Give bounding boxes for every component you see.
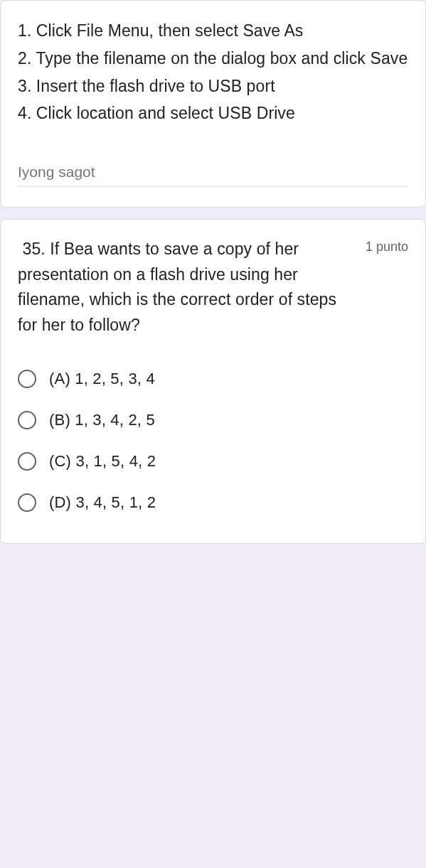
question-text: 35. If Bea wants to save a copy of her p… — [18, 237, 354, 338]
question-card-35: 35. If Bea wants to save a copy of her p… — [0, 219, 426, 544]
step-item: 4. Click location and select USB Drive — [18, 100, 408, 127]
radio-icon — [18, 411, 36, 429]
step-item: 1. Click File Menu, then select Save As — [18, 18, 408, 44]
option-a[interactable]: (A) 1, 2, 5, 3, 4 — [18, 358, 408, 400]
option-d[interactable]: (D) 3, 4, 5, 1, 2 — [18, 482, 408, 523]
question-card-steps: 1. Click File Menu, then select Save As … — [0, 0, 426, 208]
question-points: 1 punto — [366, 237, 408, 254]
step-item: 3. Insert the flash drive to USB port — [18, 73, 408, 100]
option-b[interactable]: (B) 1, 3, 4, 2, 5 — [18, 400, 408, 441]
option-c[interactable]: (C) 3, 1, 5, 4, 2 — [18, 441, 408, 482]
question-header: 35. If Bea wants to save a copy of her p… — [18, 237, 408, 338]
options-list: (A) 1, 2, 5, 3, 4 (B) 1, 3, 4, 2, 5 (C) … — [18, 358, 408, 523]
option-label: (A) 1, 2, 5, 3, 4 — [49, 370, 155, 388]
option-label: (B) 1, 3, 4, 2, 5 — [49, 411, 155, 429]
steps-list: 1. Click File Menu, then select Save As … — [18, 18, 408, 127]
radio-icon — [18, 493, 36, 512]
radio-icon — [18, 370, 36, 388]
option-label: (C) 3, 1, 5, 4, 2 — [49, 452, 156, 471]
option-label: (D) 3, 4, 5, 1, 2 — [49, 493, 156, 512]
answer-field — [18, 161, 408, 187]
step-item: 2. Type the filename on the dialog box a… — [18, 45, 408, 72]
radio-icon — [18, 452, 36, 471]
answer-input[interactable] — [18, 161, 408, 187]
